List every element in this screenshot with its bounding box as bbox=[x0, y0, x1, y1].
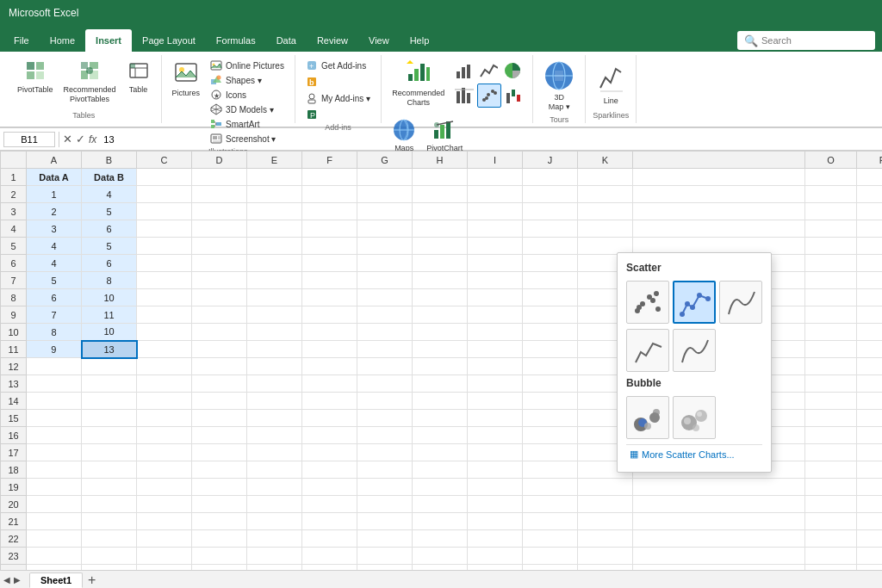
cell-d18[interactable] bbox=[192, 461, 247, 479]
cell-i11[interactable] bbox=[468, 341, 523, 358]
online-pictures-btn[interactable]: Online Pictures bbox=[207, 59, 288, 72]
cell-h24[interactable] bbox=[413, 565, 468, 571]
cell-b1[interactable]: Data B bbox=[82, 169, 137, 186]
scatter-dots-option[interactable] bbox=[626, 281, 669, 324]
recommended-charts-btn[interactable]: RecommendedCharts bbox=[388, 59, 448, 109]
cell-c11[interactable] bbox=[137, 341, 192, 358]
cell-c12[interactable] bbox=[137, 358, 192, 375]
cell-f13[interactable] bbox=[302, 375, 357, 393]
cell-g4[interactable] bbox=[357, 220, 413, 238]
cell-k21[interactable] bbox=[578, 513, 633, 530]
cell-g10[interactable] bbox=[357, 324, 413, 341]
scatter-chart-btn[interactable] bbox=[477, 84, 501, 108]
cell-j8[interactable] bbox=[523, 289, 578, 306]
cell-g21[interactable] bbox=[357, 513, 413, 530]
cell-j14[interactable] bbox=[523, 393, 578, 410]
cell-g8[interactable] bbox=[357, 289, 413, 306]
cell-d12[interactable] bbox=[192, 358, 247, 375]
cell-h2[interactable] bbox=[413, 186, 468, 203]
cell-d1[interactable] bbox=[192, 169, 247, 186]
cell-d21[interactable] bbox=[192, 513, 247, 530]
cell-a21[interactable] bbox=[27, 513, 82, 530]
cell-h11[interactable] bbox=[413, 341, 468, 358]
cell-a13[interactable] bbox=[27, 375, 82, 393]
cell-d4[interactable] bbox=[192, 220, 247, 238]
cell-i10[interactable] bbox=[468, 324, 523, 341]
cell-e19[interactable] bbox=[247, 479, 302, 496]
cell-a7[interactable]: 5 bbox=[27, 272, 82, 289]
cell-b16[interactable] bbox=[82, 427, 137, 444]
cell-g12[interactable] bbox=[357, 358, 413, 375]
line-sparkline-btn[interactable]: Line bbox=[595, 59, 626, 108]
cell-i18[interactable] bbox=[468, 461, 523, 479]
col-header-i[interactable]: I bbox=[468, 152, 523, 169]
cell-b3[interactable]: 5 bbox=[82, 203, 137, 220]
scatter-lines-only-option[interactable] bbox=[626, 329, 669, 372]
cell-f19[interactable] bbox=[302, 479, 357, 496]
waterfall-chart-btn[interactable] bbox=[503, 84, 525, 108]
cell-b11[interactable]: 13 bbox=[82, 341, 137, 358]
cell-k1[interactable] bbox=[578, 169, 633, 186]
cell-f5[interactable] bbox=[302, 238, 357, 255]
cell-c7[interactable] bbox=[137, 272, 192, 289]
cell-j13[interactable] bbox=[523, 375, 578, 393]
cell-e10[interactable] bbox=[247, 324, 302, 341]
cell-b17[interactable] bbox=[82, 444, 137, 461]
cancel-formula-icon[interactable]: ✕ bbox=[63, 133, 72, 145]
col-header-c[interactable]: C bbox=[137, 152, 192, 169]
cell-i19[interactable] bbox=[468, 479, 523, 496]
tab-insert[interactable]: Insert bbox=[85, 29, 132, 52]
cell-e23[interactable] bbox=[247, 548, 302, 565]
cell-e8[interactable] bbox=[247, 289, 302, 306]
cell-i15[interactable] bbox=[468, 410, 523, 427]
cell-g23[interactable] bbox=[357, 548, 413, 565]
cell-c3[interactable] bbox=[137, 203, 192, 220]
cell-e13[interactable] bbox=[247, 375, 302, 393]
cell-d22[interactable] bbox=[192, 530, 247, 548]
cell-e2[interactable] bbox=[247, 186, 302, 203]
cell-b10[interactable]: 10 bbox=[82, 324, 137, 341]
cell-i16[interactable] bbox=[468, 427, 523, 444]
cell-f3[interactable] bbox=[302, 203, 357, 220]
cell-c8[interactable] bbox=[137, 289, 192, 306]
my-addins-btn[interactable]: My Add-ins ▾ bbox=[302, 91, 374, 105]
cell-i22[interactable] bbox=[468, 530, 523, 548]
prev-sheet-btn[interactable]: ◀ bbox=[3, 575, 10, 585]
cell-e5[interactable] bbox=[247, 238, 302, 255]
cell-a4[interactable]: 3 bbox=[27, 220, 82, 238]
cell-i23[interactable] bbox=[468, 548, 523, 565]
cell-h5[interactable] bbox=[413, 238, 468, 255]
cell-b6[interactable]: 6 bbox=[82, 255, 137, 272]
cell-h15[interactable] bbox=[413, 410, 468, 427]
cell-h7[interactable] bbox=[413, 272, 468, 289]
cell-b24[interactable] bbox=[82, 565, 137, 571]
cell-d15[interactable] bbox=[192, 410, 247, 427]
cell-f15[interactable] bbox=[302, 410, 357, 427]
bar-chart-btn[interactable] bbox=[453, 59, 475, 82]
cell-j20[interactable] bbox=[523, 496, 578, 513]
cell-e6[interactable] bbox=[247, 255, 302, 272]
cell-j15[interactable] bbox=[523, 410, 578, 427]
cell-g13[interactable] bbox=[357, 375, 413, 393]
cell-b19[interactable] bbox=[82, 479, 137, 496]
cell-a20[interactable] bbox=[27, 496, 82, 513]
more-scatter-charts-link[interactable]: ▦ More Scatter Charts... bbox=[626, 444, 762, 463]
shapes-btn[interactable]: Shapes ▾ bbox=[207, 73, 288, 87]
cell-d20[interactable] bbox=[192, 496, 247, 513]
cell-f22[interactable] bbox=[302, 530, 357, 548]
cell-j19[interactable] bbox=[523, 479, 578, 496]
cell-a5[interactable]: 4 bbox=[27, 238, 82, 255]
cell-i3[interactable] bbox=[468, 203, 523, 220]
cell-f23[interactable] bbox=[302, 548, 357, 565]
cell-d17[interactable] bbox=[192, 444, 247, 461]
cell-c15[interactable] bbox=[137, 410, 192, 427]
stat-chart-btn[interactable] bbox=[453, 84, 475, 108]
maps-btn[interactable]: Maps bbox=[388, 116, 419, 155]
cell-k22[interactable] bbox=[578, 530, 633, 548]
cell-g7[interactable] bbox=[357, 272, 413, 289]
cell-e3[interactable] bbox=[247, 203, 302, 220]
cell-a24[interactable] bbox=[27, 565, 82, 571]
cell-j7[interactable] bbox=[523, 272, 578, 289]
cell-d16[interactable] bbox=[192, 427, 247, 444]
cell-e12[interactable] bbox=[247, 358, 302, 375]
